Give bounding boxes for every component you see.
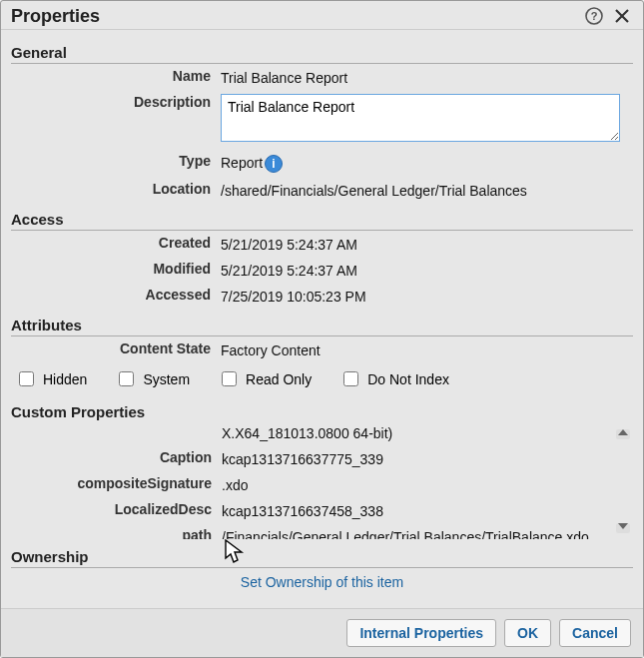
info-icon[interactable]: i xyxy=(265,155,283,173)
type-value: Reporti xyxy=(221,153,633,173)
name-value: Trial Balance Report xyxy=(221,68,633,86)
dialog-body: General Name Trial Balance Report Descri… xyxy=(1,30,643,608)
content-state-label: Content State xyxy=(11,340,221,358)
accessed-label: Accessed xyxy=(11,287,221,305)
titlebar: Properties ? xyxy=(1,1,643,30)
dialog-footer: Internal Properties OK Cancel xyxy=(1,608,643,657)
name-label: Name xyxy=(11,68,221,86)
localized-desc-value: kcap1313716637458_338 xyxy=(222,501,632,519)
created-value: 5/21/2019 5:24:37 AM xyxy=(221,235,633,253)
internal-properties-button[interactable]: Internal Properties xyxy=(346,619,496,647)
cancel-button[interactable]: Cancel xyxy=(559,619,631,647)
scroll-up-icon[interactable] xyxy=(616,429,630,439)
system-checkbox[interactable]: System xyxy=(115,368,190,389)
location-value: /shared/Financials/General Ledger/Trial … xyxy=(221,181,633,199)
section-ownership-header: Ownership xyxy=(11,540,633,568)
ok-button[interactable]: OK xyxy=(504,619,551,647)
section-attributes-header: Attributes xyxy=(11,309,633,336)
caption-value: kcap1313716637775_339 xyxy=(222,449,632,467)
section-custom-header: Custom Properties xyxy=(11,395,633,422)
readonly-label: Read Only xyxy=(246,371,312,387)
custom-properties-panel: X.X64_181013.0800 64-bit) Caption kcap13… xyxy=(11,422,633,540)
location-label: Location xyxy=(11,181,221,199)
system-label: System xyxy=(143,371,190,387)
donotindex-label: Do Not Index xyxy=(367,371,449,387)
content-state-value: Factory Content xyxy=(221,340,633,358)
close-icon[interactable] xyxy=(611,5,633,27)
path-value: /Financials/General Ledger/Trial Balance… xyxy=(222,527,601,540)
readonly-checkbox[interactable]: Read Only xyxy=(218,368,312,389)
section-access-header: Access xyxy=(11,203,633,231)
description-label: Description xyxy=(11,94,221,145)
description-input[interactable] xyxy=(221,94,620,142)
type-text: Report xyxy=(221,155,263,171)
svg-text:?: ? xyxy=(591,10,598,22)
composite-signature-value: .xdo xyxy=(222,475,632,493)
help-icon[interactable]: ? xyxy=(583,5,605,27)
set-ownership-link[interactable]: Set Ownership of this item xyxy=(241,574,403,590)
path-label: path xyxy=(12,527,222,540)
custom-top-fragment: X.X64_181013.0800 64-bit) xyxy=(222,423,632,441)
dialog-title: Properties xyxy=(11,6,577,27)
composite-signature-label: compositeSignature xyxy=(12,475,222,493)
type-label: Type xyxy=(11,153,221,173)
hidden-label: Hidden xyxy=(43,371,87,387)
created-label: Created xyxy=(11,235,221,253)
donotindex-checkbox[interactable]: Do Not Index xyxy=(339,368,449,389)
properties-dialog: Properties ? General Name Trial Balance … xyxy=(0,0,644,658)
modified-value: 5/21/2019 5:24:37 AM xyxy=(221,261,633,279)
scroll-down-icon[interactable] xyxy=(616,523,630,533)
section-general-header: General xyxy=(11,36,633,64)
modified-label: Modified xyxy=(11,261,221,279)
accessed-value: 7/25/2019 10:05:23 PM xyxy=(221,287,633,305)
localized-desc-label: LocalizedDesc xyxy=(12,501,222,519)
caption-label: Caption xyxy=(12,449,222,467)
hidden-checkbox[interactable]: Hidden xyxy=(15,368,87,389)
